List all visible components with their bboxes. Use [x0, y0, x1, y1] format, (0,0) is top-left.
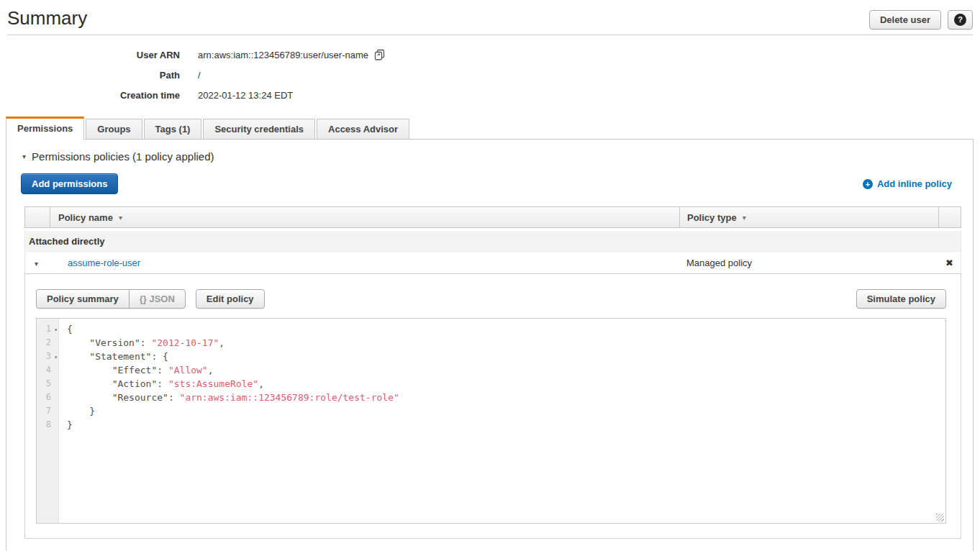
path-label: Path — [0, 70, 180, 81]
line-number: 4 — [37, 363, 58, 377]
policy-detail-toolbar: Policy summary {} JSON Edit policy Simul… — [36, 289, 946, 309]
resize-handle-icon[interactable] — [936, 514, 944, 522]
tab-security-credentials[interactable]: Security credentials — [203, 119, 315, 139]
fold-caret-icon[interactable]: ▾ — [54, 323, 58, 337]
section-collapse-icon: ▾ — [22, 152, 26, 160]
code-line: 3▾ "Statement": { — [37, 350, 945, 363]
add-permissions-button[interactable]: Add permissions — [21, 173, 118, 194]
permissions-policies-section-toggle[interactable]: ▾ Permissions policies (1 policy applied… — [22, 150, 973, 163]
header-actions: Delete user ? — [869, 10, 973, 29]
line-number: 3▾ — [37, 350, 58, 363]
user-arn-value: arn:aws:iam::123456789:user/user-name — [198, 50, 368, 60]
code-line: 2 "Version": "2012-10-17", — [37, 336, 945, 350]
edit-policy-button[interactable]: Edit policy — [196, 289, 265, 309]
add-inline-policy-link[interactable]: + Add inline policy — [863, 178, 952, 189]
line-number: 2 — [37, 336, 58, 350]
row-expand-caret-icon: ▾ — [35, 260, 38, 268]
help-icon: ? — [954, 14, 966, 26]
line-number: 5 — [37, 377, 58, 391]
attached-directly-group-row: Attached directly — [24, 231, 961, 252]
creation-time-value: 2022-01-12 13:24 EDT — [198, 90, 293, 101]
line-number: 6 — [37, 391, 58, 404]
policy-name-link[interactable]: assume-role-user — [68, 258, 140, 268]
code-line: 1▾{ — [37, 322, 945, 336]
sort-caret-icon: ▾ — [119, 214, 122, 222]
line-number: 1▾ — [37, 322, 58, 336]
actions-column-header — [938, 207, 961, 227]
plus-icon: + — [863, 179, 873, 189]
user-arn-label: User ARN — [0, 50, 180, 60]
permissions-panel: ▾ Permissions policies (1 policy applied… — [6, 139, 974, 551]
fold-caret-icon[interactable]: ▾ — [54, 350, 58, 364]
policy-name-column-header[interactable]: Policy name ▾ — [50, 207, 679, 227]
copy-icon[interactable] — [374, 49, 385, 60]
policy-type-value: Managed policy — [679, 258, 938, 268]
sort-caret-icon: ▾ — [743, 214, 746, 222]
creation-time-label: Creation time — [0, 90, 180, 101]
tab-bar: Permissions Groups Tags (1) Security cre… — [6, 117, 980, 139]
policy-type-header-label: Policy type — [687, 212, 737, 223]
policy-type-column-header[interactable]: Policy type ▾ — [679, 207, 938, 227]
page-title: Summary — [7, 7, 87, 29]
policy-name-header-label: Policy name — [58, 212, 113, 223]
policy-row: ▾ assume-role-user Managed policy ✖ — [24, 252, 961, 273]
json-policy-editor[interactable]: 1▾{2 "Version": "2012-10-17",3▾ "Stateme… — [36, 318, 946, 524]
header-divider — [7, 35, 973, 35]
tab-permissions[interactable]: Permissions — [6, 117, 84, 140]
line-number: 8 — [37, 418, 58, 432]
tab-access-advisor[interactable]: Access Advisor — [317, 119, 409, 139]
tab-tags[interactable]: Tags (1) — [144, 119, 202, 139]
add-inline-policy-label: Add inline policy — [877, 178, 952, 189]
code-line: 6 "Resource": "arn:aws:iam::123456789:ro… — [37, 391, 945, 404]
view-toggle-group: Policy summary {} JSON — [36, 289, 186, 309]
code-editor-lines: 1▾{2 "Version": "2012-10-17",3▾ "Stateme… — [37, 319, 945, 432]
detail-row-user-arn: User ARN arn:aws:iam::123456789:user/use… — [0, 45, 980, 65]
delete-user-button[interactable]: Delete user — [869, 10, 941, 29]
line-number: 7 — [37, 404, 58, 418]
remove-policy-icon[interactable]: ✖ — [945, 258, 953, 268]
help-button[interactable]: ? — [948, 10, 973, 29]
permissions-toolbar: Add permissions + Add inline policy — [21, 173, 952, 194]
code-line: 8} — [37, 418, 945, 432]
code-line: 4 "Effect": "Allow", — [37, 363, 945, 377]
expander-column-header — [25, 207, 50, 227]
row-expand-toggle[interactable]: ▾ — [25, 258, 50, 268]
path-value: / — [198, 70, 201, 81]
policy-summary-button[interactable]: Policy summary — [36, 289, 130, 309]
policy-table: Policy name ▾ Policy type ▾ Attached dir… — [24, 206, 961, 539]
policy-table-header: Policy name ▾ Policy type ▾ — [24, 206, 961, 228]
code-line: 5 "Action": "sts:AssumeRole", — [37, 377, 945, 391]
detail-row-creation-time: Creation time 2022-01-12 13:24 EDT — [0, 85, 980, 105]
simulate-policy-button[interactable]: Simulate policy — [856, 289, 946, 309]
detail-row-path: Path / — [0, 65, 980, 85]
permissions-policies-title: Permissions policies (1 policy applied) — [32, 150, 214, 163]
user-details: User ARN arn:aws:iam::123456789:user/use… — [0, 45, 980, 105]
policy-detail-expanded: Policy summary {} JSON Edit policy Simul… — [24, 273, 961, 539]
code-line: 7 } — [37, 404, 945, 418]
tab-groups[interactable]: Groups — [86, 119, 142, 139]
page-header: Summary Delete user ? — [0, 0, 980, 35]
json-view-button[interactable]: {} JSON — [129, 289, 186, 309]
